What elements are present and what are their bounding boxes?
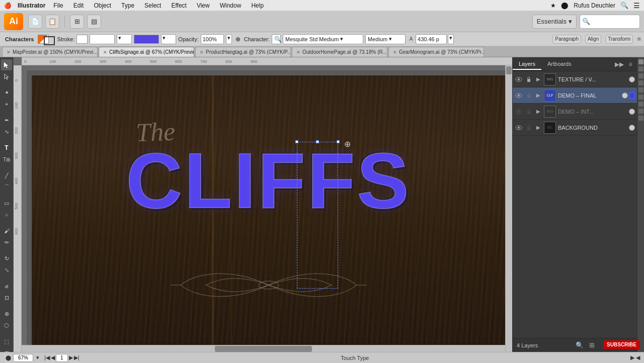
live-paint-tool[interactable]: ⬡ (1, 320, 12, 331)
stroke-swatch[interactable] (44, 36, 55, 45)
panel-options-icon[interactable]: ≡ (637, 35, 641, 43)
mesh-tool[interactable]: ⊞ (1, 347, 12, 352)
paintbrush-tool[interactable]: 🖌 (1, 225, 12, 236)
layer-expand-2[interactable]: ▶ (535, 92, 542, 99)
play-button[interactable]: ▶ (630, 354, 634, 361)
first-page-button[interactable]: |◀ (44, 354, 50, 361)
layer-visibility-toggle-4[interactable] (515, 124, 523, 132)
ellipse-tool[interactable]: ○ (1, 209, 12, 220)
opacity-input[interactable] (201, 34, 224, 44)
font-family-dropdown[interactable]: Mesquite Std Medium ▾ (283, 34, 363, 44)
paragraph-button[interactable]: Paragraph (552, 35, 581, 44)
magic-wand-tool[interactable]: ✦ (1, 87, 12, 98)
tab-close-icon-1[interactable]: ✕ (7, 50, 11, 55)
new-doc-button[interactable]: 📄 (28, 15, 42, 29)
blending-mode-icon[interactable]: ⊕ (234, 35, 242, 43)
menu-help[interactable]: Help (249, 2, 266, 9)
tab-close-icon-4[interactable]: ✕ (296, 50, 300, 55)
search-button[interactable]: 🔍 (580, 15, 640, 29)
zoom-dropdown-icon[interactable]: ▾ (34, 354, 41, 361)
arc-tool[interactable]: ⌒ (1, 182, 12, 193)
type-tool[interactable]: T (1, 142, 12, 153)
panel-icon-2[interactable] (638, 66, 643, 71)
transform-button[interactable]: Transform (605, 35, 633, 44)
canvas-area[interactable]: 0 100 200 300 400 500 600 700 800 900 0 … (14, 57, 512, 352)
lasso-tool[interactable]: ⌖ (1, 99, 12, 110)
pen-tool[interactable]: ✒ (1, 115, 12, 126)
font-size-input[interactable] (416, 34, 447, 44)
selection-tool[interactable] (1, 59, 12, 70)
panel-icon-4[interactable] (638, 80, 643, 85)
layers-new-artboard-button[interactable]: ⊞ (587, 340, 597, 350)
layers-search-button[interactable]: 🔍 (575, 340, 585, 350)
panel-icon-8[interactable] (638, 109, 643, 114)
tab-close-icon-2[interactable]: ✕ (103, 50, 107, 55)
status-icon[interactable]: ⬤ (4, 354, 12, 362)
view-mode-button[interactable]: ⊞ (70, 15, 84, 29)
layer-expand-3[interactable]: ▶ (535, 108, 542, 115)
tab-close-icon-3[interactable]: ✕ (200, 50, 204, 55)
opacity-dropdown[interactable]: ▾ (226, 34, 232, 44)
tab-product-hangtag[interactable]: ✕ ProductHangtag.ai @ 73% (CMYK/P... (195, 47, 291, 57)
stop-button[interactable]: ◀ (636, 354, 640, 361)
line-tool[interactable]: ╱ (1, 170, 12, 181)
panel-icon-1[interactable] (638, 59, 643, 64)
menu-select[interactable]: Select (142, 2, 163, 9)
tab-outdoor-homepage[interactable]: ✕ OutdoorHomePage.ai @ 73.18% (R... (292, 47, 387, 57)
color-options-dropdown[interactable]: ▾ (161, 34, 176, 44)
rectangle-tool[interactable]: ▭ (1, 198, 12, 209)
panel-expand-icon[interactable]: ▶▶ (615, 60, 624, 69)
warp-tool[interactable]: ⌀ (1, 281, 12, 292)
layer-item-background[interactable]: ▶ BG BACKGROUND (513, 120, 637, 136)
last-page-button[interactable]: ▶| (74, 354, 79, 361)
layer-item-texture[interactable]: ▶ IMG TEXTURE / V... (513, 71, 637, 87)
menu-file[interactable]: File (51, 2, 65, 9)
panel-menu-icon[interactable]: ≡ (626, 60, 635, 69)
layer-expand-4[interactable]: ▶ (535, 124, 542, 131)
horizontal-scrollbar[interactable] (22, 345, 505, 352)
menu-window[interactable]: Window (218, 2, 244, 9)
zoom-input[interactable] (13, 354, 33, 362)
subscribe-badge[interactable]: SUBSCRIBE (603, 340, 640, 349)
layer-lock-icon-3[interactable] (525, 108, 533, 116)
layer-item-demo-final[interactable]: ▶ CLF DEMO – FINAL (513, 87, 637, 104)
tab-gear-monogram[interactable]: ✕ GearMonogram.ai @ 73% (CMYK/Pr... (388, 47, 484, 57)
menu-object[interactable]: Object (92, 2, 113, 9)
panel-icon-5[interactable] (638, 87, 643, 93)
layer-item-demo-int[interactable]: ▶ IMG DEMO – INT... (513, 104, 637, 120)
layer-expand-1[interactable]: ▶ (535, 76, 542, 83)
layer-lock-icon-4[interactable] (525, 124, 533, 132)
menu-edit[interactable]: Edit (71, 2, 86, 9)
panel-icon-9[interactable] (638, 116, 643, 121)
menu-view[interactable]: View (195, 2, 212, 9)
free-transform-tool[interactable]: ⊡ (1, 292, 12, 303)
layer-visibility-toggle-3[interactable] (515, 108, 523, 116)
panel-icon-3[interactable] (638, 73, 643, 78)
menu-type[interactable]: Type (119, 2, 136, 9)
scrollbar-thumb-v[interactable] (506, 66, 512, 74)
tab-close-icon-5[interactable]: ✕ (393, 50, 397, 55)
list-icon[interactable]: ☰ (633, 2, 640, 10)
tab-cliffs-signage[interactable]: ✕ CliffsSignage.ai @ 67% (CMYK/Preview) (99, 47, 194, 57)
view-options-button[interactable]: ▤ (87, 15, 101, 29)
scale-tool[interactable]: ⤡ (1, 264, 12, 276)
curvature-tool[interactable]: ∿ (1, 126, 12, 137)
artboard-container[interactable]: The CLIFFS CLIFFS (27, 70, 505, 352)
vertical-scrollbar[interactable] (505, 65, 512, 352)
doc-options-button[interactable]: 📋 (45, 15, 59, 29)
scrollbar-thumb-h[interactable] (215, 346, 311, 352)
perspective-grid-tool[interactable]: ⬚ (1, 336, 12, 347)
layer-visibility-toggle-1[interactable] (515, 75, 523, 83)
panel-icon-7[interactable] (638, 102, 643, 107)
pencil-tool[interactable]: ✏ (1, 237, 12, 248)
stroke-weight-input[interactable] (90, 34, 115, 44)
apple-menu[interactable]: 🍎 (4, 2, 12, 9)
align-button[interactable]: Align (585, 35, 601, 44)
workspace-dropdown[interactable]: Essentials ▾ (532, 15, 577, 29)
page-input[interactable] (56, 354, 68, 362)
tab-map-poster[interactable]: ✕ MapPoster.ai @ 150% (CMYK/Previ... (2, 47, 98, 57)
shape-builder-tool[interactable]: ⊕ (1, 308, 12, 319)
prev-page-button[interactable]: ◀ (51, 354, 55, 361)
direct-selection-tool[interactable] (1, 71, 12, 82)
tab-layers[interactable]: Layers (513, 59, 541, 70)
